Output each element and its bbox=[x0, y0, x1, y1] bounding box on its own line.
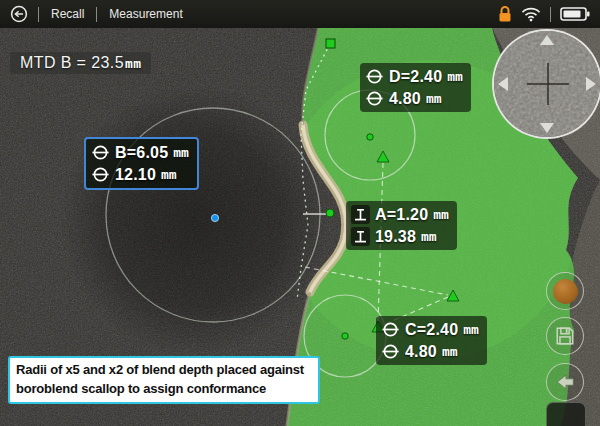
measurement-value: D=2.40 bbox=[389, 68, 442, 86]
unit: mm bbox=[426, 91, 442, 106]
pad-up-arrow-icon[interactable] bbox=[540, 35, 554, 45]
measurement-value: 4.80 bbox=[389, 90, 421, 108]
crosshair-icon bbox=[547, 63, 549, 105]
toolbar-divider bbox=[550, 7, 551, 22]
reference-handle-square[interactable] bbox=[326, 39, 335, 48]
lock-icon bbox=[498, 5, 512, 23]
recall-button[interactable]: Recall bbox=[49, 7, 86, 21]
measurement-value: C=2.40 bbox=[405, 321, 458, 339]
back-circle-icon[interactable] bbox=[10, 5, 28, 23]
top-toolbar: Recall Measurement bbox=[0, 0, 600, 28]
circle-measure-icon bbox=[381, 342, 400, 361]
pad-right-arrow-icon[interactable] bbox=[586, 77, 596, 91]
circle-d-center-point[interactable] bbox=[367, 134, 373, 140]
pad-left-arrow-icon[interactable] bbox=[498, 77, 508, 91]
measurement-label-b[interactable]: B=6.05mm 12.10mm bbox=[84, 137, 199, 190]
unit: mm bbox=[421, 229, 437, 244]
mtd-value: MTD B = 23.5 bbox=[20, 54, 124, 72]
measurement-label-c[interactable]: C=2.40mm 4.80mm bbox=[376, 316, 487, 365]
circle-measure-icon bbox=[365, 67, 384, 86]
measurement-screen: Recall Measurement bbox=[0, 0, 600, 426]
toolbar-divider bbox=[96, 7, 97, 22]
measurement-value: 4.80 bbox=[405, 343, 437, 361]
circle-b-center-point[interactable] bbox=[211, 214, 218, 221]
depth-a-point[interactable] bbox=[326, 209, 334, 217]
unit: mm bbox=[161, 167, 177, 182]
left-arrow-icon bbox=[554, 371, 576, 393]
measurement-value: B=6.05 bbox=[115, 144, 168, 162]
floppy-save-icon bbox=[554, 325, 576, 347]
unit: mm bbox=[173, 145, 189, 160]
wifi-icon bbox=[521, 7, 541, 22]
unit: mm bbox=[125, 56, 141, 71]
annotation-note[interactable]: Radii of x5 and x2 of blend depth placed… bbox=[8, 356, 320, 404]
unit: mm bbox=[463, 322, 479, 337]
circle-measure-icon bbox=[91, 165, 110, 184]
battery-icon bbox=[560, 6, 590, 22]
point-to-line-icon bbox=[351, 227, 370, 246]
mtd-readout: MTD B = 23.5mm bbox=[10, 52, 151, 74]
measurement-label-a[interactable]: A=1.20mm 19.38mm bbox=[346, 201, 457, 250]
circle-c-center-point[interactable] bbox=[342, 333, 348, 339]
pad-down-arrow-icon[interactable] bbox=[540, 123, 554, 133]
menu-button-partial[interactable] bbox=[546, 402, 586, 426]
back-nav-button[interactable] bbox=[546, 363, 584, 401]
measurement-button[interactable]: Measurement bbox=[107, 7, 184, 21]
circle-measure-icon bbox=[91, 143, 110, 162]
unit: mm bbox=[433, 207, 449, 222]
measurement-value: A=1.20 bbox=[375, 206, 428, 224]
point-to-line-icon bbox=[351, 205, 370, 224]
unit: mm bbox=[442, 344, 458, 359]
unit: mm bbox=[447, 69, 463, 84]
annotation-text: Radii of x5 and x2 of blend depth placed… bbox=[16, 362, 304, 396]
live-image-button[interactable] bbox=[546, 272, 584, 310]
save-button[interactable] bbox=[546, 317, 584, 355]
toolbar-divider bbox=[38, 7, 39, 22]
circle-measure-icon bbox=[365, 89, 384, 108]
measurement-label-d[interactable]: D=2.40mm 4.80mm bbox=[360, 63, 471, 112]
circle-measure-icon bbox=[381, 320, 400, 339]
status-icons bbox=[498, 5, 590, 23]
zoom-pad[interactable] bbox=[492, 29, 600, 139]
measurement-value: 19.38 bbox=[375, 228, 416, 246]
measurement-value: 12.10 bbox=[115, 166, 156, 184]
live-thumbnail-icon bbox=[553, 279, 578, 304]
